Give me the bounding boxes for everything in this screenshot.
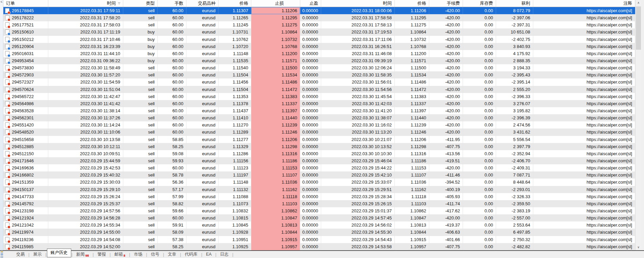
tab-账户历史[interactable]: 账户历史 xyxy=(47,249,71,257)
table-row[interactable]: 2945635282022.03.30 11:38:14sell60.00eur… xyxy=(3,107,635,114)
table-row[interactable]: 2941199742022.03.29 14:55:00sell58.09eur… xyxy=(3,229,635,236)
table-row[interactable]: 2951775212022.03.31 17:58:03sell60.00eur… xyxy=(3,21,635,28)
column-header-label: 库存费 xyxy=(480,0,493,6)
table-row[interactable]: 2941457922022.03.29 15:25:37sell58.82eur… xyxy=(3,200,635,207)
cell-swap: 0.00 xyxy=(463,150,496,157)
column-header-symbol[interactable]: 交易品种 xyxy=(186,0,218,7)
table-row[interactable]: 2945649862022.03.30 11:41:42sell60.00eur… xyxy=(3,100,635,107)
table-row[interactable]: 2941210422022.03.29 14:55:34sell59.91eur… xyxy=(3,221,635,229)
tab-文章[interactable]: 文章 xyxy=(164,251,180,258)
tab-市场[interactable]: 市场 xyxy=(130,251,146,258)
table-row[interactable]: 2941477332022.03.29 15:26:24sell57.99eur… xyxy=(3,193,635,200)
collapsed-panel-icon[interactable] xyxy=(1,251,3,253)
cell-sl: 1.11206 xyxy=(251,7,300,14)
column-header-label: 手数 xyxy=(175,0,183,6)
column-header-tp[interactable]: 止盈 xyxy=(300,0,321,7)
tab-信号[interactable]: 信号 xyxy=(148,251,163,258)
table-row[interactable]: 2945514202022.03.30 11:14:24sell60.00eur… xyxy=(3,121,635,128)
column-header-open_time[interactable]: 时间▽ xyxy=(48,0,123,7)
scroll-up-button[interactable]: ∧ xyxy=(636,0,641,6)
collapse-panel-arrow-icon[interactable]: < xyxy=(0,0,3,4)
table-row[interactable]: 2941513592022.03.29 15:30:03sell56.36eur… xyxy=(3,179,635,186)
cell-open_price: 1.11148 xyxy=(218,50,251,57)
table-row[interactable]: 2951788452022.03.31 17:59:11sell60.00eur… xyxy=(3,7,635,14)
table-row[interactable]: 2941159852022.03.29 14:52:00sell58.25eur… xyxy=(3,243,635,250)
order-type-dot xyxy=(8,190,10,193)
cell-tp: 0.00000 xyxy=(300,243,321,250)
table-row[interactable]: 2951502122022.03.31 17:10:46buy60.00euru… xyxy=(3,36,635,43)
tab-邮箱[interactable]: 邮箱8 xyxy=(111,251,129,258)
cell-close_time: 2022.03.31 17:58:13 xyxy=(321,21,395,28)
cell-open_time: 2022.03.30 11:51:04 xyxy=(48,86,123,93)
table-row[interactable]: 2945485202022.03.30 11:10:06sell60.00eur… xyxy=(3,128,635,136)
table-row[interactable]: 2941501372022.03.29 15:29:10sell57.17eur… xyxy=(3,186,635,193)
collapsed-panel-icons[interactable] xyxy=(0,251,3,258)
table-row[interactable]: 2945738302022.03.30 11:58:49sell60.00eur… xyxy=(3,64,635,71)
cell-lots: 60.00 xyxy=(158,57,186,64)
table-row[interactable]: 2945128852022.03.30 10:12:11sell58.25eur… xyxy=(3,143,635,150)
cell-type: sell xyxy=(123,150,158,157)
cell-swap: 0.00 xyxy=(463,207,496,214)
table-row[interactable]: 2941192362022.03.29 14:54:08sell57.38eur… xyxy=(3,236,635,243)
cell-type: sell xyxy=(123,236,158,243)
collapsed-panel-strip[interactable]: < xyxy=(0,0,3,250)
table-row[interactable]: 2941219242022.03.29 14:56:28sell60.00eur… xyxy=(3,214,635,221)
scrollbar-thumb[interactable] xyxy=(636,6,641,50)
cell-comment: https://aiscalper.com[sl] xyxy=(533,14,635,21)
table-row[interactable]: 2945121502022.03.30 10:09:51sell59.08eur… xyxy=(3,150,635,157)
column-header-type[interactable]: 类型 xyxy=(123,0,158,7)
table-row[interactable]: 2941696362022.03.29 15:42:53sell60.00eur… xyxy=(3,164,635,171)
cell-tp: 0.00000 xyxy=(300,28,321,36)
column-header-profit[interactable]: 获利 xyxy=(496,0,533,7)
table-row[interactable]: 2951209042022.03.31 16:23:39buy60.00euru… xyxy=(3,43,635,50)
cell-close_price: 1.11534 xyxy=(395,71,429,78)
table-row[interactable]: 2950160312022.03.31 11:44:10buy60.00euru… xyxy=(3,50,635,57)
collapsed-panel-icon[interactable] xyxy=(1,253,3,255)
column-header-order[interactable]: 订单 xyxy=(3,0,48,7)
table-row[interactable]: 2945623012022.03.30 11:37:26sell60.00eur… xyxy=(3,114,635,121)
column-header-lots[interactable]: 手数 xyxy=(158,0,186,7)
tab-新闻[interactable]: 新闻98 xyxy=(73,251,93,258)
tab-日志[interactable]: 日志 xyxy=(217,251,232,258)
sell-order-icon xyxy=(5,180,9,185)
cell-type: sell xyxy=(123,114,158,121)
table-row[interactable]: 2951506102022.03.31 17:11:19buy60.00euru… xyxy=(3,28,635,36)
table-row[interactable]: 2945657222022.03.30 11:42:47sell60.00eur… xyxy=(3,93,635,100)
column-header-sl[interactable]: 止损 xyxy=(251,0,300,7)
cell-sl: 1.10864 xyxy=(251,28,300,36)
collapsed-panel-icon[interactable] xyxy=(1,256,3,258)
table-row[interactable]: 2945156582022.03.30 10:13:58sell58.85eur… xyxy=(3,136,635,143)
column-header-open_price[interactable]: 价格 xyxy=(218,0,251,7)
table-row[interactable]: 2941668022022.03.29 15:40:32sell58.78eur… xyxy=(3,171,635,179)
table-row[interactable]: 2951782222022.03.31 17:58:20sell60.00eur… xyxy=(3,14,635,21)
column-header-comment[interactable]: 注释 xyxy=(533,0,635,7)
cell-open_time: 2022.03.30 11:41:42 xyxy=(48,100,123,107)
tab-label: 警报 xyxy=(98,252,106,257)
table-row[interactable]: 2941231982022.03.29 14:57:56sell59.66eur… xyxy=(3,207,635,214)
cell-order: 294166802 xyxy=(3,171,48,179)
cell-symbol: eurusd xyxy=(186,78,218,86)
table-row[interactable]: 2945729032022.03.30 11:57:20sell60.00eur… xyxy=(3,71,635,78)
table-row[interactable]: 2941716462022.03.29 15:44:59sell59.93eur… xyxy=(3,157,635,164)
tab-代码库[interactable]: 代码库 xyxy=(181,251,201,258)
cell-commission: -419.37 xyxy=(429,221,463,229)
tab-展示[interactable]: 展示 xyxy=(30,251,45,258)
cell-swap: 0.00 xyxy=(463,28,496,36)
column-header-commission[interactable]: 手续费 xyxy=(429,0,463,7)
table-row[interactable]: 2945723272022.03.30 11:54:59sell60.00eur… xyxy=(3,78,635,86)
tab-交易[interactable]: 交易 xyxy=(13,251,28,258)
tab-警报[interactable]: 警报 xyxy=(94,251,109,258)
column-header-label: 止损 xyxy=(275,0,284,6)
table-row[interactable]: 2945706242022.03.30 11:51:04sell60.00eur… xyxy=(3,86,635,93)
table-row[interactable]: 2949534542022.03.31 09:36:22buy60.00euru… xyxy=(3,57,635,64)
column-header-swap[interactable]: 库存费 xyxy=(463,0,496,7)
column-header-close_price[interactable]: 价格 xyxy=(395,0,429,7)
cell-open_time: 2022.03.29 14:56:28 xyxy=(48,214,123,221)
cell-comment: https://aiscalper.com[sl] xyxy=(533,143,635,150)
scroll-down-button[interactable]: ∨ xyxy=(636,244,641,250)
column-header-close_time[interactable]: 时间 xyxy=(321,0,395,7)
tab-EA[interactable]: EA xyxy=(203,252,215,257)
cell-type: buy xyxy=(123,50,158,57)
cell-commission: -420.00 xyxy=(429,100,463,107)
vertical-scrollbar[interactable]: ∧ ∨ xyxy=(635,0,641,250)
